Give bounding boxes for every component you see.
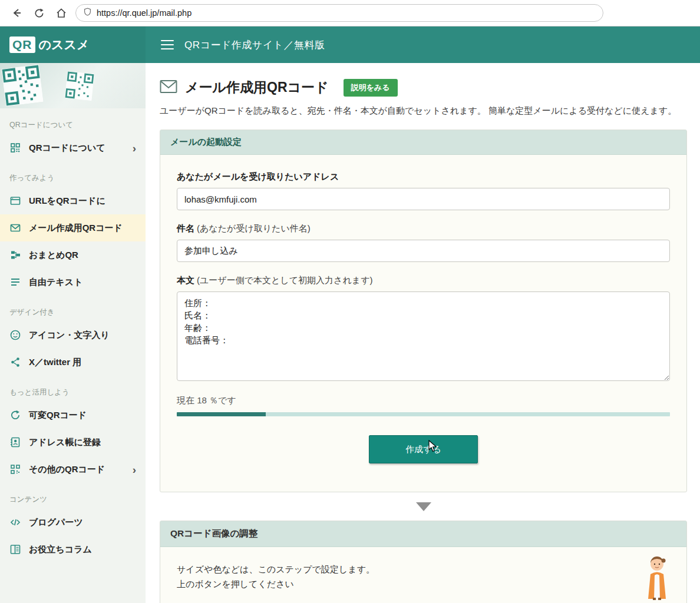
browser-toolbar: https://qr.quel.jp/mail.php bbox=[0, 0, 700, 26]
sidebar-section-label: もっと活用しよう bbox=[0, 376, 146, 402]
adjust-line-2: 上のボタンを押してください bbox=[177, 577, 670, 592]
browser-window-icon bbox=[9, 195, 21, 207]
logo-qr-box: QR bbox=[9, 37, 35, 53]
address-bar[interactable]: https://qr.quel.jp/mail.php bbox=[75, 4, 603, 22]
page: https://qr.quel.jp/mail.php QR のススメ QRコー… bbox=[0, 0, 700, 603]
sidebar-item-other-qr[interactable]: その他のQRコード › bbox=[0, 456, 146, 483]
merge-icon bbox=[9, 249, 21, 261]
hamburger-menu-icon[interactable] bbox=[161, 40, 174, 50]
sidebar-section-label: コンテンツ bbox=[0, 483, 146, 509]
capacity-progress-fill bbox=[177, 412, 266, 416]
adjust-line-1: サイズや色などは、このステップで設定します。 bbox=[177, 562, 670, 577]
smiley-icon bbox=[9, 329, 21, 341]
down-arrow-icon bbox=[416, 502, 431, 511]
site-header: QR のススメ QRコード作成サイト／無料版 bbox=[0, 26, 700, 63]
shield-icon bbox=[83, 7, 92, 19]
sidebar-item-free-text[interactable]: 自由テキスト bbox=[0, 269, 146, 296]
chevron-right-icon: › bbox=[133, 143, 136, 154]
sidebar-qr-photo bbox=[0, 63, 146, 108]
sidebar-section-label: 作ってみよう bbox=[0, 161, 146, 187]
sidebar-item-address-book[interactable]: アドレス帳に登録 bbox=[0, 429, 146, 456]
capacity-text: 現在 18 ％です bbox=[177, 395, 670, 406]
url-text: https://qr.quel.jp/mail.php bbox=[97, 8, 191, 18]
page-description: ユーザーがQRコードを読み取ると、宛先・件名・本文が自動でセットされます。 簡単… bbox=[160, 105, 687, 117]
sidebar-item-mail-qr[interactable]: メール作成用QRコード bbox=[0, 214, 146, 241]
subject-label: 件名(あなたが受け取りたい件名) bbox=[177, 223, 670, 234]
body-textarea[interactable]: 住所： 氏名： 年齢： 電話番号： bbox=[177, 291, 670, 381]
main-content: メール作成用QRコード 説明をみる ユーザーがQRコードを読み取ると、宛先・件名… bbox=[146, 63, 700, 603]
sidebar-item-omatome-qr[interactable]: おまとめQR bbox=[0, 241, 146, 269]
share-icon bbox=[9, 356, 21, 368]
columns-icon bbox=[9, 544, 21, 555]
home-icon[interactable] bbox=[53, 5, 70, 21]
subject-hint: (あなたが受け取りたい件名) bbox=[197, 223, 311, 233]
view-explanation-button[interactable]: 説明をみる bbox=[344, 79, 398, 97]
sidebar-item-useful-column[interactable]: お役立ちコラム bbox=[0, 536, 146, 563]
body-hint: (ユーザー側で本文として初期入力されます) bbox=[197, 275, 373, 285]
person-illustration bbox=[643, 555, 671, 602]
back-icon[interactable] bbox=[8, 5, 25, 21]
site-title: QRコード作成サイト／無料版 bbox=[184, 38, 325, 52]
create-qr-button[interactable]: 作成する bbox=[369, 435, 478, 463]
sidebar: QRコードについて QRコードについて › 作ってみよう URLをQRコードに bbox=[0, 63, 146, 603]
address-book-icon bbox=[9, 436, 21, 448]
sidebar-section-label: デザイン付き bbox=[0, 296, 146, 322]
page-title: メール作成用QRコード bbox=[185, 78, 329, 97]
sidebar-item-about-qr[interactable]: QRコードについて › bbox=[0, 134, 146, 161]
email-input[interactable] bbox=[177, 188, 670, 210]
sidebar-section-label: QRコードについて bbox=[0, 108, 146, 134]
sidebar-item-dynamic-qr[interactable]: 可変QRコード bbox=[0, 402, 146, 429]
email-label: あなたがメールを受け取りたいアドレス bbox=[177, 171, 670, 183]
chevron-right-icon: › bbox=[133, 464, 136, 475]
sidebar-item-blog-parts[interactable]: ブログパーツ bbox=[0, 509, 146, 536]
qr-adjust-card: QRコード画像の調整 サイズや色などは、このステップで設定します。 上のボタンを… bbox=[160, 521, 687, 603]
qr-adjust-card-title: QRコード画像の調整 bbox=[160, 521, 686, 547]
text-lines-icon bbox=[9, 276, 21, 288]
code-icon bbox=[9, 516, 21, 528]
sidebar-item-twitter-qr[interactable]: X／twitter 用 bbox=[0, 349, 146, 376]
subject-input[interactable] bbox=[177, 240, 670, 262]
site-logo[interactable]: QR のススメ bbox=[0, 26, 146, 63]
mail-settings-card: メールの起動設定 あなたがメールを受け取りたいアドレス 件名(あなたが受け取りた… bbox=[160, 130, 687, 492]
qr-grid-icon bbox=[9, 142, 21, 154]
mail-settings-card-title: メールの起動設定 bbox=[160, 130, 686, 155]
logo-text: のススメ bbox=[39, 37, 90, 53]
mail-icon bbox=[9, 222, 21, 234]
envelope-icon bbox=[160, 79, 177, 96]
sidebar-item-icon-text-qr[interactable]: アイコン・文字入り bbox=[0, 322, 146, 349]
sidebar-item-url-to-qr[interactable]: URLをQRコードに bbox=[0, 187, 146, 214]
qr-small-icon bbox=[9, 463, 21, 475]
refresh-icon bbox=[9, 409, 21, 421]
capacity-progress-track bbox=[177, 412, 670, 416]
reload-icon[interactable] bbox=[31, 5, 47, 21]
body-label: 本文(ユーザー側で本文として初期入力されます) bbox=[177, 275, 670, 286]
